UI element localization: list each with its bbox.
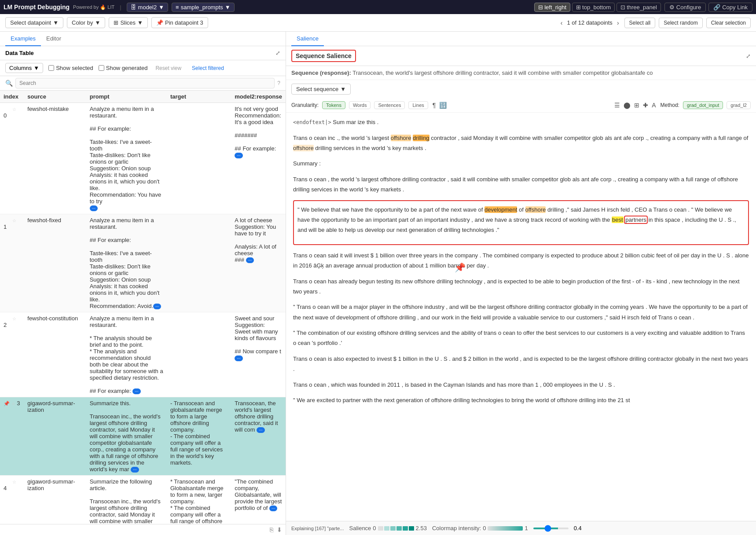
table-row[interactable]: ☆ 1 fewshot-fixed Analyze a menu item in… — [0, 214, 286, 312]
cell-target — [167, 214, 231, 312]
table-row[interactable]: ☆ 0 fewshot-mistake Analyze a menu item … — [0, 103, 286, 214]
floating-pin-button[interactable]: 📌 — [455, 262, 466, 273]
reset-view-button[interactable]: Reset view — [153, 64, 184, 73]
dataset-selector[interactable]: ≡ sample_prompts ▼ — [172, 3, 235, 12]
clear-selection-button[interactable]: Clear selection — [706, 18, 751, 28]
main-layout: Examples Editor Data Table ⤢ Columns ▼ S… — [0, 32, 756, 535]
cell-source: gigaword-summar­ization — [24, 476, 86, 524]
more-button[interactable]: ··· — [90, 205, 98, 211]
copy-button[interactable]: ⎘ — [270, 526, 273, 533]
data-table: index source prompt target model2:respon… — [0, 91, 286, 524]
expand-icon[interactable]: ⤢ — [746, 53, 751, 59]
select-datapoint-button[interactable]: Select datapoint ▼ — [5, 17, 63, 28]
layout-left-right-button[interactable]: ⊟ left_right — [534, 3, 570, 12]
col-header-response: model2:response — [231, 91, 286, 103]
copy-link-button[interactable]: 🔗 Copy Link — [708, 3, 752, 12]
cell-index: 📌 ☆ 3 — [0, 397, 24, 476]
tab-editor[interactable]: Editor — [41, 32, 66, 46]
granularity-bar: Granularity: Tokens Words Sentences Line… — [286, 98, 756, 113]
cell-index: ☆ 0 — [0, 103, 24, 214]
nav-next-button[interactable]: › — [615, 18, 621, 27]
cell-target: - Transocean and globalsantafe merge to … — [167, 397, 231, 476]
more-button[interactable]: ··· — [131, 467, 139, 473]
text-size-icon[interactable]: A — [651, 101, 657, 110]
more-button[interactable]: ··· — [235, 355, 242, 361]
colormap-value: 0.4 — [574, 525, 582, 531]
plus-icon[interactable]: ✚ — [642, 101, 649, 110]
expand-icon[interactable]: ⤢ — [275, 50, 280, 56]
pin-datapoint-button[interactable]: 📌 Pin datapoint 3 — [151, 17, 208, 28]
col-header-source: source — [24, 91, 86, 103]
selected-token[interactable]: partners — [625, 216, 647, 223]
granularity-words-button[interactable]: Words — [349, 101, 371, 109]
cell-prompt: Analyze a menu item in a restaurant.* Th… — [86, 312, 167, 397]
more-button[interactable]: ··· — [269, 506, 277, 511]
table-row[interactable]: 📌 ☆ 3 gigaword-summar­ization Summarize … — [0, 397, 286, 476]
datapoint-nav: ‹ 1 of 12 datapoints › — [559, 18, 621, 27]
show-generated-label[interactable]: Show generated — [99, 65, 148, 71]
tab-examples[interactable]: Examples — [5, 32, 41, 46]
slices-button[interactable]: ⊞ Slices ▼ — [109, 17, 148, 28]
star-icon[interactable]: ☆ — [12, 480, 16, 484]
method-grad-l2-button[interactable]: grad_l2 — [727, 101, 751, 109]
number-icon[interactable]: 🔢 — [438, 101, 448, 110]
method-grad-dot-input-button[interactable]: grad_dot_input — [683, 101, 723, 109]
colormap-intensity-slider[interactable] — [533, 528, 569, 529]
more-button[interactable]: ··· — [257, 427, 264, 433]
tab-salience[interactable]: Salience — [291, 32, 324, 46]
show-selected-checkbox[interactable] — [48, 65, 54, 71]
content-para7: " The combination of our existing offsho… — [293, 328, 749, 348]
granularity-sentences-button[interactable]: Sentences — [374, 101, 405, 109]
layout-three-panel-button[interactable]: ⊡ three_panel — [617, 3, 661, 12]
highlighted-block: " We believe that we have the opportunit… — [293, 200, 749, 245]
select-filtered-button[interactable]: Select filtered — [189, 64, 227, 73]
nav-prev-button[interactable]: ‹ — [559, 18, 565, 27]
salience-title: Sequence Salience — [291, 50, 356, 62]
star-icon[interactable]: ☆ — [12, 316, 16, 321]
columns-button[interactable]: Columns ▼ — [5, 63, 43, 73]
more-button[interactable]: ··· — [132, 388, 140, 394]
icon-row: ¶ 🔢 — [432, 101, 448, 110]
bottom-bar: Explaining [167] "parte... Salience 0 2.… — [286, 521, 756, 535]
more-button[interactable]: ··· — [153, 304, 161, 309]
right-panel: Salience Sequence Salience ⤢ Sequence (r… — [286, 32, 756, 535]
show-selected-label[interactable]: Show selected — [48, 65, 93, 71]
salience-header: Sequence Salience ⤢ — [286, 46, 756, 66]
select-random-button[interactable]: Select random — [659, 18, 702, 28]
model-icon: 🗄 — [131, 4, 136, 11]
link-icon: 🔗 — [713, 4, 720, 11]
grid-icon[interactable]: ⊞ — [633, 101, 640, 110]
select-all-button[interactable]: Select all — [624, 18, 656, 28]
cell-prompt: Summarize this.Transocean inc., the worl… — [86, 397, 167, 476]
content-line1: <endoftext|> Sum mar ize this . — [293, 117, 749, 128]
more-button[interactable]: ··· — [246, 257, 254, 263]
list-icon[interactable]: ☰ — [613, 101, 621, 110]
show-generated-checkbox[interactable] — [99, 65, 104, 71]
granularity-tokens-button[interactable]: Tokens — [322, 101, 345, 109]
table-row[interactable]: ☆ 2 fewshot-constitution Analyze a menu … — [0, 312, 286, 397]
circle-icon[interactable]: ⬤ — [623, 101, 631, 110]
star-icon[interactable]: ☆ — [11, 401, 15, 406]
table-controls: Columns ▼ Show selected Show generated R… — [0, 60, 286, 76]
text-icon[interactable]: ¶ — [432, 101, 437, 110]
pin-icon: 📌 — [4, 401, 10, 406]
more-button[interactable]: ··· — [235, 153, 242, 158]
granularity-lines-button[interactable]: Lines — [408, 101, 428, 109]
content-para2: Summary : — [293, 158, 749, 169]
content-para8: Trans o cean is also expected to invest … — [293, 354, 749, 374]
download-button[interactable]: ⬇ — [277, 526, 282, 533]
layout-top-bottom-button[interactable]: ⊞ top_bottom — [572, 3, 615, 12]
help-icon[interactable]: ? — [277, 80, 280, 86]
app-title: LM Prompt Debugging — [4, 4, 70, 11]
star-icon[interactable]: ☆ — [12, 218, 16, 223]
star-icon[interactable]: ☆ — [12, 107, 16, 112]
content-para1: Trans o cean inc ., the world 's largest… — [293, 133, 749, 154]
color-by-button[interactable]: Color by ▼ — [67, 17, 105, 28]
select-sequence-button[interactable]: Select sequence ▼ — [291, 84, 351, 95]
model-selector[interactable]: 🗄 model2 ▼ — [127, 3, 169, 12]
cell-prompt: Analyze a menu item in a restaurant.## F… — [86, 214, 167, 312]
search-input[interactable] — [15, 78, 275, 88]
configure-button[interactable]: ⚙ Configure — [664, 3, 706, 12]
table-row[interactable]: ☆ 4 gigaword-summar­ization Summarize th… — [0, 476, 286, 524]
table-bottom-bar: ⎘ ⬇ — [0, 524, 286, 535]
